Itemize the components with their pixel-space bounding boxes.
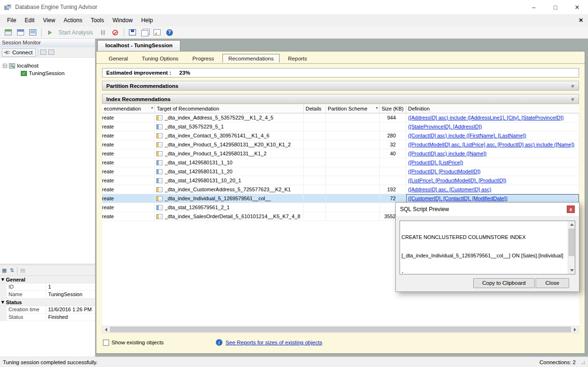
save-recommendations-button[interactable] xyxy=(128,27,138,38)
property-group-status[interactable]: ▾ Status xyxy=(0,299,95,306)
column-header-recommendation[interactable]: ecommendation ▾ xyxy=(102,105,155,113)
copy-to-clipboard-button[interactable]: Copy to Clipboard xyxy=(473,278,535,288)
menu-window[interactable]: Window xyxy=(108,15,137,26)
dialog-close-button[interactable]: Close xyxy=(536,278,569,288)
sort-alphabetical-icon[interactable]: ⇅ xyxy=(9,267,14,273)
property-row-status[interactable]: Status Finished xyxy=(0,314,95,321)
copy-button[interactable] xyxy=(140,27,150,38)
delete-session-icon[interactable] xyxy=(48,50,54,55)
property-group-general[interactable]: ▾ General xyxy=(0,276,95,283)
tab-tuning-options[interactable]: Tuning Options xyxy=(136,54,184,62)
property-row-creation-time[interactable]: Creation time 11/6/2016 1:26 PM xyxy=(0,306,95,314)
definition-link[interactable]: ([AddressID] asc) include ([AddressLine1… xyxy=(408,115,564,120)
column-header-partition-scheme[interactable]: Partition Scheme ▾ xyxy=(326,105,380,113)
workload-button[interactable] xyxy=(27,27,38,38)
column-header-size[interactable]: Size (KB) xyxy=(380,105,406,113)
resize-grip[interactable] xyxy=(580,360,585,365)
new-session-button[interactable] xyxy=(3,27,13,38)
start-analysis-button[interactable] xyxy=(45,27,55,38)
table-row[interactable]: reate _dta_index_Product_5_1429580131__K… xyxy=(102,149,579,158)
menu-tools[interactable]: Tools xyxy=(86,15,108,26)
open-session-button[interactable] xyxy=(15,27,26,38)
column-header-definition[interactable]: Definition xyxy=(406,105,579,113)
property-row-id[interactable]: ID 1 xyxy=(0,283,95,291)
statistics-icon xyxy=(156,178,162,183)
scroll-down-icon[interactable] xyxy=(568,267,575,274)
table-row[interactable]: reate _dta_stat_1429580131_1_10 ([Produc… xyxy=(102,158,579,167)
show-existing-objects-checkbox[interactable] xyxy=(103,340,109,346)
menu-edit[interactable]: Edit xyxy=(20,15,39,26)
minimize-button[interactable]: – xyxy=(523,0,545,14)
tree-item-label: localhost xyxy=(17,63,38,68)
connect-button[interactable]: Connect xyxy=(2,48,36,57)
details-cell xyxy=(304,140,326,149)
filter-dropdown-icon[interactable]: ▾ xyxy=(376,106,378,110)
tree-item-localhost[interactable]: localhost xyxy=(0,62,95,69)
filter-dropdown-icon[interactable]: ▾ xyxy=(151,106,153,110)
export-button[interactable] xyxy=(152,27,162,38)
property-row-name[interactable]: Name TuningSession xyxy=(0,291,95,299)
close-document-icon[interactable]: ✕ xyxy=(579,17,583,24)
column-header-details[interactable]: Details xyxy=(304,105,326,113)
menu-actions[interactable]: Actions xyxy=(60,15,86,26)
dialog-close-icon[interactable]: x xyxy=(567,205,575,213)
definition-link[interactable]: ([ProductID], [ProductModelID]) xyxy=(408,169,480,174)
tree-item-tuningsession[interactable]: ✓ TuningSession xyxy=(0,69,95,77)
recommendation-cell: reate xyxy=(102,131,155,140)
scrollbar-thumb[interactable] xyxy=(110,327,571,332)
definition-link[interactable]: ([ProductID], [ListPrice]) xyxy=(408,160,463,165)
chevron-expand-icon[interactable]: » xyxy=(570,84,577,87)
tab-recommendations[interactable]: Recommendations xyxy=(222,54,280,63)
table-row[interactable]: reate _dta_index_Product_5_1429580131__K… xyxy=(102,140,579,149)
close-button[interactable]: ✕ xyxy=(566,0,588,14)
definition-link[interactable]: ([ContactID] asc) include ([FirstName], … xyxy=(408,133,526,138)
stop-analysis-button[interactable] xyxy=(110,27,120,38)
tab-general[interactable]: General xyxy=(103,54,134,62)
dialog-title-bar[interactable]: SQL Script Preview xyxy=(396,203,579,216)
statistics-icon xyxy=(156,160,162,165)
tab-progress[interactable]: Progress xyxy=(187,54,220,62)
target-cell: _dta_index_Individual_5_1269579561__col_… xyxy=(155,194,304,203)
horizontal-scrollbar[interactable] xyxy=(102,326,579,333)
column-label: Target of Recommendation xyxy=(157,106,219,111)
maximize-button[interactable]: □ xyxy=(545,0,566,14)
table-row[interactable]: reate _dta_stat_53575229_5_1 ([StateProv… xyxy=(102,122,579,131)
table-row[interactable]: reate _dta_stat_1429580131_1_20 ([Produc… xyxy=(102,167,579,176)
table-row[interactable]: reate _dta_index_Address_5_53575229__K1_… xyxy=(102,113,579,122)
property-pages-icon[interactable]: ▤ xyxy=(20,267,25,273)
partition-recommendations-header[interactable]: Partition Recommendations » xyxy=(102,81,579,91)
collapse-icon[interactable] xyxy=(3,64,7,68)
definition-link[interactable]: ([AddressID] asc, [CustomerID] asc) xyxy=(408,187,491,192)
scroll-up-icon[interactable] xyxy=(568,221,575,228)
definition-link[interactable]: ([StateProvinceID], [AddressID]) xyxy=(408,124,482,129)
menu-help[interactable]: Help xyxy=(137,15,157,26)
see-reports-link[interactable]: See Reports for sizes of existing object… xyxy=(226,340,323,345)
scroll-left-icon[interactable] xyxy=(102,326,110,333)
size-cell: 192 xyxy=(380,185,406,194)
menu-view[interactable]: View xyxy=(39,15,60,26)
categorized-icon[interactable]: ▦ xyxy=(2,267,7,273)
definition-link[interactable]: ([ListPrice], [ProductModelID], [Product… xyxy=(408,178,506,183)
scroll-right-icon[interactable] xyxy=(571,326,579,333)
tab-reports[interactable]: Reports xyxy=(282,54,313,62)
index-recommendations-header[interactable]: Index Recommendations » xyxy=(102,94,579,104)
stop-session-icon[interactable] xyxy=(40,50,46,55)
chevron-expand-icon[interactable]: » xyxy=(570,97,577,101)
column-header-target[interactable]: Target of Recommendation xyxy=(155,105,304,113)
pause-analysis-button[interactable] xyxy=(98,27,108,38)
scrollbar-thumb[interactable] xyxy=(569,229,574,256)
sql-script-box[interactable]: CREATE NONCLUSTERED COLUMNSTORE INDEX [_… xyxy=(400,221,575,274)
vertical-scrollbar[interactable] xyxy=(568,221,575,274)
document-tab[interactable]: localhost - TuningSession xyxy=(97,40,180,51)
table-row[interactable]: reate _dta_index_CustomerAddress_5_72557… xyxy=(102,185,579,194)
definition-link[interactable]: ([ProductModelID] asc, [ListPrice] asc, … xyxy=(408,142,574,147)
table-row[interactable]: reate _dta_index_Contact_5_309576141__K1… xyxy=(102,131,579,140)
menu-file[interactable]: File xyxy=(3,15,20,26)
properties-toolbar: ▦ ⇅ ▤ xyxy=(0,265,95,276)
table-row[interactable]: reate _dta_stat_1429580131_10_20_1 ([Lis… xyxy=(102,176,579,185)
definition-cell: ([ProductModelID] asc, [ListPrice] asc, … xyxy=(406,140,579,149)
start-analysis-label[interactable]: Start Analysis xyxy=(59,29,93,36)
definition-link[interactable]: ([CustomerID], [ContactID], [ModifiedDat… xyxy=(408,196,507,201)
definition-link[interactable]: ([ProductID] asc) include ([Name]) xyxy=(408,151,486,156)
help-button[interactable]: ? xyxy=(164,27,175,38)
